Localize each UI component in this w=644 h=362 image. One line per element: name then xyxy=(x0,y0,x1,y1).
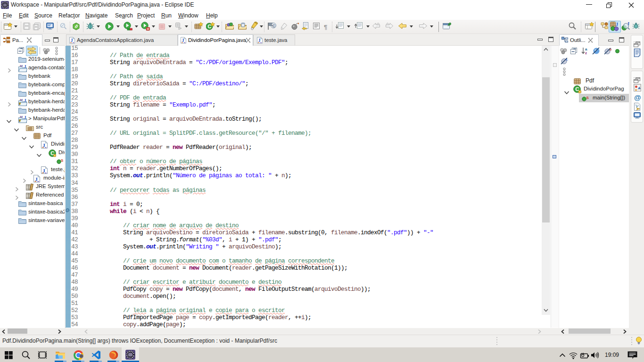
svg-text:M: M xyxy=(20,99,23,101)
svg-text:S: S xyxy=(586,96,589,100)
svg-text:J: J xyxy=(24,115,26,120)
svg-text:C: C xyxy=(272,24,276,28)
svg-text:J: J xyxy=(35,176,38,182)
svg-text:M: M xyxy=(20,115,23,118)
svg-text:J: J xyxy=(24,65,26,69)
svg-text:J: J xyxy=(42,142,45,148)
svg-text:J: J xyxy=(42,168,45,173)
svg-text:M: M xyxy=(20,65,23,67)
svg-text:J: J xyxy=(24,99,26,103)
svg-text:S: S xyxy=(61,158,64,163)
svg-text:z: z xyxy=(585,51,587,55)
svg-text:C: C xyxy=(208,24,212,29)
svg-text:J: J xyxy=(616,22,618,27)
